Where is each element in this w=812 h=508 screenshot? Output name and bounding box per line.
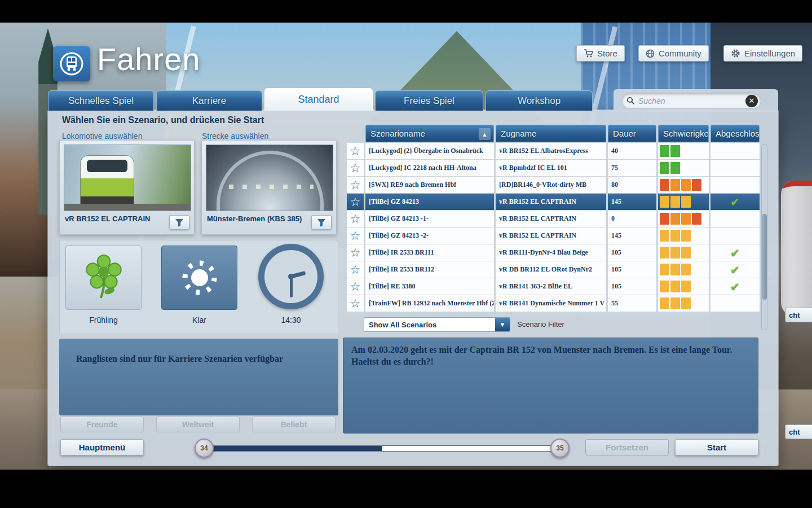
table-row[interactable]: ☆[TilBe] IR 2533 BR112vR DB BR112 EL ORo…	[347, 261, 760, 278]
scenario-name-cell: [TilBe] RE 3380	[365, 278, 494, 295]
route-filter-button[interactable]	[311, 215, 332, 230]
favorite-star-icon[interactable]: ☆	[347, 143, 364, 159]
difficulty-bar	[681, 213, 691, 225]
difficulty-bar	[660, 213, 669, 225]
completed-cell	[710, 177, 760, 193]
table-scrollbar[interactable]	[761, 144, 767, 330]
season-tile[interactable]	[65, 246, 142, 310]
clear-search-button[interactable]: ✕	[745, 95, 758, 107]
favorite-star-icon[interactable]: ☆	[347, 211, 364, 227]
scenario-name-cell: [SWX] RE9 nach Bremen Hbf	[365, 177, 494, 193]
difficulty-cell	[658, 177, 709, 193]
loco-filter-button[interactable]	[169, 215, 189, 230]
loco-name: vR BR152 EL CAPTRAIN	[65, 214, 164, 224]
worldwide-button[interactable]: Weltweit	[156, 417, 240, 432]
column-header-difficulty[interactable]: Schwierigke	[658, 125, 709, 142]
loco-select-label: Lokomotive auswählen	[62, 132, 142, 141]
community-button-label: Community	[659, 49, 701, 58]
table-row[interactable]: ☆[Luckygod] IC 2218 nach HH-AltonavR Bpm…	[347, 160, 760, 176]
completed-cell	[710, 227, 760, 244]
season-label: Frühling	[65, 316, 142, 325]
weather-tile[interactable]	[161, 246, 237, 310]
start-button[interactable]: Start	[675, 439, 758, 456]
table-row[interactable]: ☆[TilBe] RE 3380vR BR141 363-2 BlBe EL10…	[347, 278, 760, 295]
scenario-filter-dropdown[interactable]: Show All Scenarios ▼	[364, 317, 510, 332]
edge-partial-button-bottom[interactable]: cht	[785, 424, 812, 439]
progress-bar	[204, 445, 559, 452]
globe-icon	[646, 49, 655, 58]
favorite-star-icon[interactable]: ☆	[347, 244, 364, 261]
popular-button[interactable]: Beliebt	[252, 417, 336, 432]
favorite-star-icon[interactable]: ☆	[347, 177, 364, 193]
search-input[interactable]	[638, 97, 742, 106]
tab-standard[interactable]: Standard	[264, 88, 373, 111]
settings-button[interactable]: Einstellungen	[723, 45, 802, 62]
weather-label: Klar	[161, 316, 237, 325]
table-row[interactable]: ☆[TilBe] GZ 84213vR BR152 EL CAPTRAIN145…	[347, 194, 760, 210]
settings-button-label: Einstellungen	[744, 49, 795, 58]
completed-cell	[710, 295, 760, 312]
table-row[interactable]: ☆[SWX] RE9 nach Bremen Hbf[RD]BR146_0-VR…	[347, 177, 760, 193]
friends-button[interactable]: Freunde	[60, 417, 144, 432]
train-name-cell: vR BR152 EL AlbatrosExpress	[496, 143, 606, 159]
clock-minute-hand	[290, 277, 293, 297]
favorite-star-icon[interactable]: ☆	[347, 194, 364, 210]
column-header-train-name[interactable]: Zugname	[496, 125, 606, 142]
flower-icon	[83, 254, 124, 301]
table-row[interactable]: ☆[TilBe] IR 2533 BR111vR BR111-DynNr-4 B…	[347, 244, 760, 261]
continue-button[interactable]: Fortsetzen	[585, 439, 669, 456]
loco-picker-card[interactable]: vR BR152 EL CAPTRAIN	[59, 140, 195, 235]
train-logo-icon	[53, 46, 90, 81]
difficulty-cell	[658, 261, 709, 278]
favorite-star-icon[interactable]: ☆	[347, 295, 364, 312]
store-button[interactable]: Store	[576, 45, 625, 62]
scenario-description-panel: Am 02.03.2020 geht es mit der Captrain B…	[343, 338, 758, 433]
table-row[interactable]: ☆[Luckygod] (2) Übergabe in OsnabrückvR …	[347, 143, 760, 159]
column-header-scenario-name[interactable]: Szenarioname ▲	[365, 125, 494, 142]
tab-schnelles-spiel[interactable]: Schnelles Spiel	[48, 90, 154, 111]
table-row[interactable]: ☆[TilBe] GZ 84213 -1-vR BR152 EL CAPTRAI…	[347, 211, 760, 227]
difficulty-bar	[660, 264, 669, 275]
completed-cell: ✔	[710, 261, 760, 278]
favorite-star-icon[interactable]: ☆	[347, 261, 364, 278]
sort-ascending-icon[interactable]: ▲	[479, 128, 491, 140]
favorite-star-icon[interactable]: ☆	[347, 160, 364, 176]
tab-karriere[interactable]: Karriere	[156, 90, 262, 111]
community-button[interactable]: Community	[638, 45, 709, 62]
check-icon: ✔	[730, 280, 740, 294]
scenario-table-body: ☆[Luckygod] (2) Übergabe in OsnabrückvR …	[347, 143, 760, 312]
completed-cell: ✔	[710, 194, 760, 210]
gear-icon	[731, 49, 740, 58]
difficulty-bar	[681, 281, 691, 292]
edge-partial-button-top[interactable]: cht	[785, 308, 812, 322]
tab-freies-spiel[interactable]: Freies Spiel	[375, 90, 483, 111]
tab-label: Standard	[298, 94, 339, 106]
column-header-label: Schwierigke	[663, 129, 709, 138]
column-header-duration[interactable]: Dauer	[608, 125, 656, 142]
route-picker-card[interactable]: Münster-Bremen (KBS 385)	[201, 140, 337, 235]
difficulty-bar	[681, 264, 691, 275]
close-icon: ✕	[749, 97, 755, 105]
worldwide-button-label: Weltweit	[182, 420, 214, 429]
letterbox-top	[0, 0, 812, 23]
tab-workshop[interactable]: Workshop	[486, 90, 593, 111]
difficulty-bar	[660, 162, 669, 174]
main-menu-button[interactable]: Hauptmenü	[60, 439, 144, 456]
difficulty-cell	[658, 143, 709, 159]
train-name-cell: vR DB BR112 EL ORot DynNr2	[496, 261, 606, 278]
duration-cell: 75	[608, 160, 656, 176]
duration-cell: 145	[608, 227, 656, 244]
difficulty-cell	[658, 227, 709, 244]
favorite-star-icon[interactable]: ☆	[347, 227, 364, 244]
difficulty-bar	[681, 196, 691, 208]
completed-cell: ✔	[710, 278, 760, 295]
difficulty-cell	[658, 278, 709, 295]
chevron-down-icon[interactable]: ▼	[495, 318, 510, 331]
train-nose-shape	[781, 181, 812, 316]
favorite-star-icon[interactable]: ☆	[347, 278, 364, 295]
table-row[interactable]: ☆[TilBe] GZ 84213 -2-vR BR152 EL CAPTRAI…	[347, 227, 760, 244]
scrollbar-thumb[interactable]	[762, 214, 767, 300]
difficulty-bar	[670, 162, 680, 174]
column-header-completed[interactable]: Abgeschlos	[710, 125, 760, 142]
table-row[interactable]: ☆[TrainFW] RB 12932 nach Muenster Hbf (2…	[347, 295, 760, 312]
